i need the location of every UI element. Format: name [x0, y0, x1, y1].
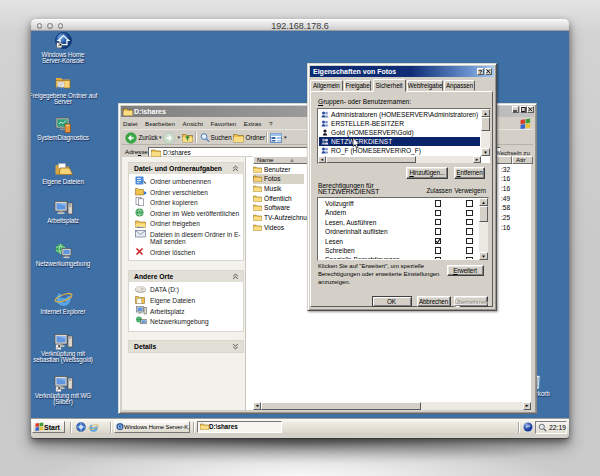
svg-text:?: ?: [478, 69, 482, 75]
